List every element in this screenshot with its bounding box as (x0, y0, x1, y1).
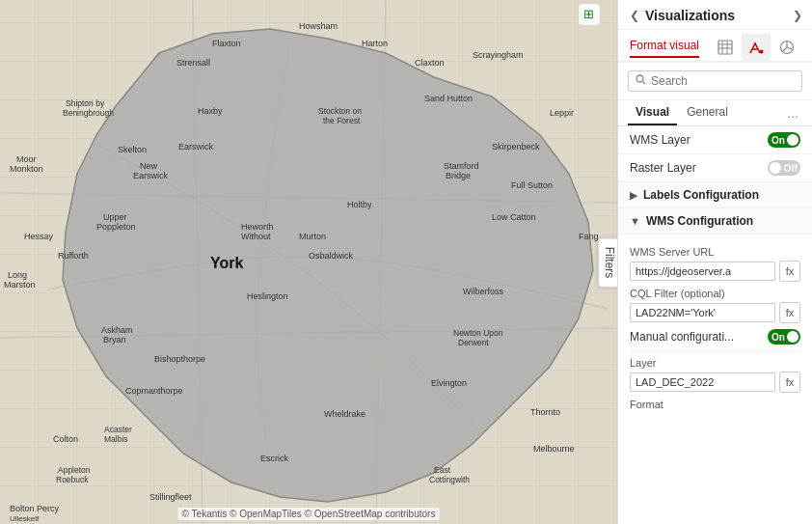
wms-config-section[interactable]: ▼ WMS Configuration (618, 208, 812, 234)
panel-title: Visualizations (645, 8, 735, 23)
wms-layer-toggle-knob (787, 134, 798, 146)
format-visual-label: Format visual (630, 39, 699, 58)
manual-config-toggle[interactable]: On (768, 329, 800, 345)
layer-row: fx (630, 372, 800, 393)
attribution-text: © Tekantis © OpenMapTiles © OpenStreetMa… (182, 509, 436, 519)
cql-filter-input[interactable] (630, 303, 775, 322)
search-container (618, 63, 812, 100)
paint-format-icon[interactable] (742, 34, 771, 61)
wms-config-chevron: ▼ (630, 215, 640, 227)
raster-layer-row: Raster Layer Off (618, 154, 812, 182)
search-box (628, 70, 802, 92)
map-attribution: © Tekantis © OpenMapTiles © OpenStreetMa… (178, 508, 440, 520)
tab-visual[interactable]: Visual (628, 100, 677, 125)
search-icon (636, 74, 646, 88)
format-label: Format (630, 399, 800, 410)
server-url-row: fx (630, 261, 800, 282)
table-format-icon[interactable] (711, 34, 740, 61)
labels-config-title: Labels Configuration (643, 188, 759, 202)
labels-config-chevron: ▶ (630, 189, 637, 202)
raster-layer-toggle-knob (770, 162, 781, 174)
layer-label: Layer (630, 357, 800, 369)
manual-config-row: Manual configurati... On (630, 323, 800, 351)
tabs-row: Visual General ... (618, 100, 812, 126)
panel-header: ❮ Visualizations ❯ (618, 0, 812, 30)
raster-layer-toggle[interactable]: Off (768, 160, 800, 176)
manual-config-toggle-text: On (771, 332, 785, 343)
wms-layer-row: WMS Layer On (618, 126, 812, 154)
map-area[interactable]: Flaxton Howsham Harton Claxton Scrayingh… (0, 0, 617, 524)
wms-config-body: WMS Server URL fx CQL Filter (optional) … (618, 234, 812, 421)
collapse-left-icon[interactable]: ❮ (630, 9, 639, 22)
wms-config-title: WMS Configuration (646, 214, 753, 228)
search-input[interactable] (651, 74, 795, 88)
wms-layer-toggle-text: On (771, 135, 785, 146)
wms-layer-label: WMS Layer (630, 133, 690, 147)
filters-label: Filters (604, 246, 617, 278)
raster-layer-label: Raster Layer (630, 161, 696, 175)
manual-config-label: Manual configurati... (630, 330, 734, 344)
map-background (0, 0, 617, 524)
cql-filter-label: CQL Filter (optional) (630, 288, 800, 299)
cql-filter-row: fx (630, 302, 800, 323)
tab-general[interactable]: General (679, 100, 736, 125)
layer-input[interactable] (630, 372, 775, 392)
wms-layer-toggle[interactable]: On (768, 132, 800, 148)
svg-rect-67 (718, 41, 732, 54)
visualizations-panel: ❮ Visualizations ❯ Format visual (617, 0, 812, 524)
labels-config-section[interactable]: ▶ Labels Configuration (618, 182, 812, 208)
svg-point-74 (636, 75, 643, 82)
format-visual-bar: Format visual (618, 30, 812, 63)
server-url-input[interactable] (630, 262, 775, 281)
filters-tab[interactable]: Filters (599, 237, 617, 287)
analytics-format-icon[interactable] (772, 34, 801, 61)
expand-right-icon[interactable]: ❯ (793, 9, 802, 22)
svg-point-72 (760, 50, 764, 54)
server-url-label: WMS Server URL (630, 246, 800, 258)
manual-config-toggle-knob (787, 331, 798, 343)
layer-fx-button[interactable]: fx (779, 372, 800, 393)
panel-body: WMS Layer On Raster Layer Off ▶ Labels C… (618, 126, 812, 524)
tabs-more[interactable]: ... (783, 101, 802, 124)
cql-filter-fx-button[interactable]: fx (779, 302, 800, 323)
svg-line-75 (643, 82, 646, 85)
raster-layer-toggle-text: Off (784, 163, 798, 174)
server-url-fx-button[interactable]: fx (779, 261, 800, 282)
